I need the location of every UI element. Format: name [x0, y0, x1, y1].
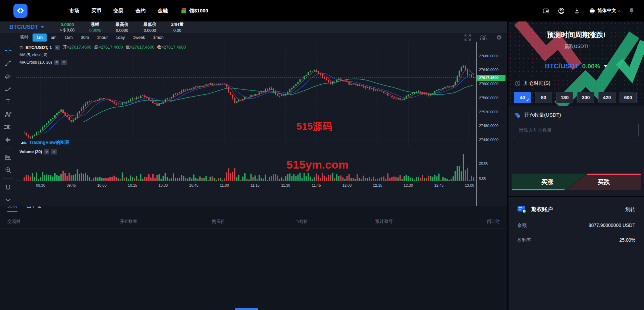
tf-15m[interactable]: 15m — [60, 34, 76, 42]
indicators-icon[interactable] — [480, 34, 487, 41]
trade-panel-inner: 预测时间周期涨跌! 赢取USDT! BTC/USDT 0.00% 开仓时间(S) — [508, 21, 644, 196]
watermark-text: 515源码 — [297, 120, 332, 133]
price-axis-label: 27480.0000 — [479, 124, 498, 128]
positions-table-body — [0, 229, 507, 310]
price-axis-label: 27600.0000 — [479, 82, 498, 86]
legend-settings-gear-icon[interactable]: ⚙ — [55, 45, 60, 50]
chart-card: BTC/USDT 0.0000 ≈ $ 0.00 涨幅 0.00% 最高价 0.… — [0, 21, 507, 196]
col-pair: 交易对 — [7, 219, 120, 225]
legend-close: 收=27617.4600 — [157, 45, 186, 50]
trade-change: 0.00% — [582, 63, 600, 70]
check-icon: ✓ — [526, 98, 530, 103]
time-axis-label: 12:45 — [434, 183, 444, 187]
time-axis-label: 13:00 — [465, 183, 474, 187]
trend-line-tool-icon[interactable] — [3, 58, 13, 68]
time-axis-label: 09:45 — [67, 183, 76, 187]
open-time-label-row: 开仓时间(S) — [515, 80, 638, 86]
app-logo[interactable] — [13, 4, 28, 18]
indicator-settings-gear-icon[interactable]: ⚙ — [54, 60, 59, 65]
volume-settings-gear-icon[interactable]: ⚙ — [44, 149, 49, 154]
time-axis-label: 12:00 — [342, 183, 352, 187]
tf-realtime[interactable]: 实时 — [16, 33, 33, 42]
open-time-label: 开仓时间(S) — [524, 80, 550, 86]
price-axis-label: 27520.0000 — [479, 110, 498, 114]
menu-item-market[interactable]: 市场 — [69, 8, 79, 14]
pair-selector[interactable]: BTC/USDT — [9, 24, 44, 30]
main-menu: 市场 买币 交易 合约 金融 — [69, 8, 168, 14]
account-icon[interactable] — [558, 7, 565, 14]
toolbar-divider — [3, 148, 13, 148]
tf-1day[interactable]: 1day — [112, 34, 129, 42]
time-axis-label: 10:30 — [159, 183, 168, 187]
tf-5m[interactable]: 5m — [47, 34, 60, 42]
col-countdown: 倒计时 — [486, 219, 500, 225]
tf-1week[interactable]: 1week — [129, 34, 149, 42]
price-axis[interactable]: 27440.000027480.000027520.000027560.0000… — [476, 42, 507, 206]
time-axis-label: 10:15 — [128, 183, 137, 187]
legend-minimize-icon[interactable]: ⊟ — [19, 45, 23, 50]
promo-bonus-button[interactable]: 领$1000 — [180, 7, 208, 14]
zoom-in-tool-icon[interactable] — [3, 165, 13, 175]
last-price-usd: ≈ $ 0.00 — [60, 28, 74, 33]
indicator-ma: MA (5, close, 0) — [19, 53, 186, 57]
transfer-link[interactable]: 划转 — [625, 206, 635, 213]
back-arrow-icon[interactable] — [3, 135, 13, 144]
time-option-80[interactable]: 80 — [535, 92, 552, 103]
magnet-tool-icon[interactable] — [3, 182, 13, 192]
language-selector[interactable]: 简体中文 ‹ — [589, 8, 620, 14]
coins-icon — [515, 112, 521, 118]
menu-item-finance[interactable]: 金融 — [158, 8, 168, 14]
bar-pattern-tool-icon[interactable] — [3, 152, 13, 162]
last-price-block: 0.0000 ≈ $ 0.00 — [60, 22, 74, 33]
text-tool-icon[interactable] — [3, 97, 13, 106]
time-option-420[interactable]: 420 — [598, 92, 615, 103]
time-axis-label: 11:00 — [220, 183, 229, 187]
gift-icon — [180, 7, 187, 14]
volume-remove-icon[interactable]: ✕ — [51, 149, 57, 154]
tradingview-attribution[interactable]: TradingView的图表 — [21, 139, 69, 145]
page-scrollbar[interactable] — [235, 308, 258, 310]
indicator-remove-icon[interactable]: ✕ — [61, 60, 67, 65]
brush-tool-icon[interactable] — [3, 84, 13, 94]
last-price: 0.0000 — [60, 22, 74, 27]
price-axis-label: 27560.0000 — [479, 96, 498, 100]
amount-input[interactable] — [514, 123, 639, 137]
collapse-toolbar-chevron-icon[interactable] — [3, 195, 13, 205]
buy-up-accent-line — [512, 189, 565, 190]
time-axis-label: 11:30 — [281, 183, 290, 187]
forecast-tool-icon[interactable] — [3, 122, 13, 132]
positions-table-header: 交易对 开仓数量 购买价 当前价 预计盈亏 倒计时 — [0, 215, 507, 229]
account-title: 期权账户 — [531, 206, 553, 213]
download-app-icon[interactable] — [574, 7, 580, 14]
volume-chart[interactable] — [16, 147, 476, 181]
trade-pair-selector[interactable]: BTC/USDT 0.00% — [508, 62, 644, 70]
price-axis-label: 27640.0000 — [479, 68, 498, 72]
globe-icon — [589, 8, 595, 14]
logo-chevrons-icon — [16, 7, 24, 15]
menu-item-buy[interactable]: 买币 — [91, 8, 101, 14]
xabcd-pattern-tool-icon[interactable] — [3, 109, 13, 119]
pitchfork-tool-icon[interactable] — [3, 71, 13, 81]
volume-legend: Volume (20) ⚙ ✕ — [19, 149, 57, 154]
tf-1m[interactable]: 1m — [33, 34, 47, 42]
tf-1mon[interactable]: 1mon — [149, 34, 167, 42]
chart-pane-area[interactable]: ⊟ BTC/USDT, 1 ⚙ 开=27617.4600 高=27617.460… — [16, 42, 476, 206]
menu-item-trade[interactable]: 交易 — [113, 8, 123, 14]
time-axis-label: 10:45 — [189, 183, 199, 187]
crosshair-tool-icon[interactable] — [3, 46, 13, 55]
chart-settings-gear-icon[interactable] — [496, 34, 502, 41]
time-option-40[interactable]: 40 ✓ — [514, 92, 531, 103]
notifications-bell-icon[interactable] — [629, 7, 635, 14]
menu-item-contract[interactable]: 合约 — [136, 8, 146, 14]
legend-high: 高=27617.4600 — [94, 45, 123, 50]
col-current-price: 当前价 — [295, 219, 375, 225]
time-option-180[interactable]: 180 — [556, 92, 573, 103]
tf-1hour[interactable]: 1hour — [93, 34, 112, 42]
time-axis[interactable]: 09:3009:4510:0010:1510:3010:4511:0011:15… — [16, 181, 476, 189]
language-chevron-icon: ‹ — [618, 8, 620, 14]
time-option-600[interactable]: 600 — [620, 92, 637, 103]
wallet-icon[interactable] — [542, 7, 549, 14]
time-option-300[interactable]: 300 — [577, 92, 594, 103]
fullscreen-icon[interactable] — [464, 34, 471, 41]
tf-30m[interactable]: 30m — [77, 34, 93, 42]
